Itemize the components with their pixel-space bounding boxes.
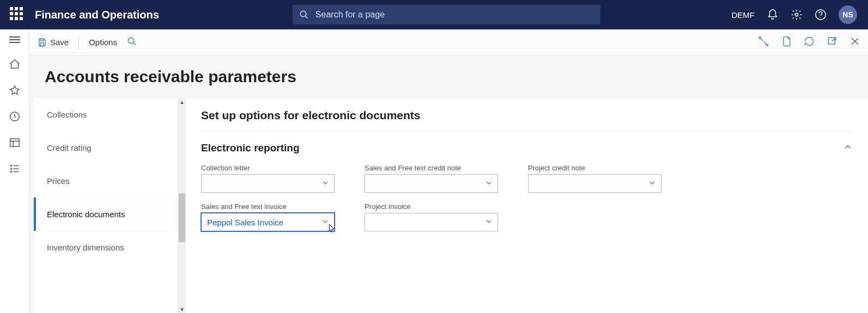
attachments-icon[interactable] (781, 36, 792, 49)
side-item-credit-rating[interactable]: Credit rating (34, 131, 178, 164)
app-launcher-icon[interactable] (10, 7, 25, 22)
field-project-invoice: Project invoice (365, 202, 498, 231)
scroll-down-arrow-icon[interactable]: ▼ (178, 305, 186, 313)
app-shell: Save Options (0, 29, 868, 313)
left-navigation-rail (0, 29, 29, 313)
header-right: DEMF NS (732, 5, 862, 24)
fields-grid: Collection letter Sales and Free text cr… (201, 164, 853, 241)
svg-rect-6 (10, 139, 19, 147)
company-label[interactable]: DEMF (732, 10, 755, 20)
side-panel-wrap: Collections Credit rating Prices Electro… (29, 98, 186, 313)
user-avatar[interactable]: NS (839, 5, 857, 24)
svg-line-1 (305, 16, 308, 19)
svg-point-9 (10, 165, 11, 166)
chevron-down-icon (648, 179, 658, 188)
action-bar-right (758, 36, 860, 49)
svg-point-19 (759, 36, 761, 38)
save-button[interactable]: Save (37, 38, 69, 47)
personalize-icon[interactable] (758, 36, 769, 49)
modules-list-icon[interactable] (8, 162, 21, 175)
app-header: Finance and Operations DEMF NS (0, 0, 868, 29)
scroll-thumb[interactable] (179, 193, 185, 242)
save-disk-icon (37, 38, 47, 47)
notifications-icon[interactable] (767, 9, 779, 21)
svg-point-17 (128, 38, 134, 44)
action-bar: Save Options (29, 29, 868, 56)
svg-rect-21 (828, 38, 835, 44)
svg-point-2 (795, 13, 798, 16)
global-search[interactable] (293, 5, 600, 24)
hamburger-menu-icon[interactable] (9, 35, 20, 45)
help-icon[interactable] (815, 9, 827, 21)
side-item-prices[interactable]: Prices (34, 164, 178, 198)
side-panel-scrollbar[interactable]: ▲ ▼ (178, 98, 186, 313)
brand-title: Finance and Operations (35, 9, 159, 21)
settings-gear-icon[interactable] (791, 9, 803, 21)
side-item-collections[interactable]: Collections (34, 98, 178, 131)
home-icon[interactable] (8, 58, 21, 71)
combo-collection-letter[interactable] (201, 174, 335, 193)
workspaces-icon[interactable] (8, 136, 21, 149)
combo-project-credit-note[interactable] (528, 174, 661, 193)
field-label: Sales and Free text credit note (365, 164, 498, 172)
search-icon (299, 10, 309, 20)
svg-point-13 (10, 171, 11, 172)
section-header: Electronic reporting (201, 142, 853, 154)
svg-point-11 (10, 168, 11, 169)
svg-point-3 (816, 10, 825, 20)
refresh-icon[interactable] (804, 36, 815, 49)
field-sales-invoice: Sales and Free text invoice Peppol Sales… (201, 202, 335, 231)
action-divider (78, 35, 79, 50)
combo-sales-credit-note[interactable] (365, 174, 498, 193)
svg-point-4 (820, 17, 821, 18)
popout-icon[interactable] (827, 36, 837, 49)
content-row: Collections Credit rating Prices Electro… (29, 98, 868, 313)
chevron-down-icon (484, 217, 494, 227)
side-item-electronic-documents[interactable]: Electronic documents (34, 198, 178, 231)
combo-value: Peppol Sales Invoice (207, 218, 283, 227)
combo-sales-invoice[interactable]: Peppol Sales Invoice (201, 213, 335, 231)
svg-point-0 (300, 11, 306, 17)
scroll-up-arrow-icon[interactable]: ▲ (178, 98, 186, 106)
detail-panel: Set up options for electronic documents … (186, 98, 868, 313)
page-search-icon[interactable] (127, 36, 137, 48)
svg-line-18 (133, 42, 136, 45)
side-item-inventory-dimensions[interactable]: Inventory dimensions (34, 231, 178, 264)
field-collection-letter: Collection letter (201, 164, 335, 193)
options-button[interactable]: Options (89, 38, 117, 47)
svg-rect-15 (40, 39, 44, 41)
main-area: Save Options (29, 29, 868, 313)
section-title: Electronic reporting (201, 142, 300, 154)
svg-rect-16 (40, 42, 44, 45)
field-project-credit-note: Project credit note (528, 164, 661, 193)
favorites-star-icon[interactable] (8, 84, 21, 97)
field-label: Collection letter (201, 164, 335, 172)
field-label: Project invoice (365, 202, 498, 211)
field-label: Project credit note (528, 164, 661, 172)
chevron-down-icon (484, 179, 494, 188)
global-search-input[interactable] (315, 10, 594, 20)
combo-project-invoice[interactable] (365, 213, 498, 231)
chevron-down-icon (321, 217, 331, 227)
recent-clock-icon[interactable] (8, 110, 21, 123)
svg-point-20 (766, 44, 768, 46)
chevron-down-icon (321, 179, 331, 188)
section-collapse-chevron-icon[interactable] (843, 142, 853, 154)
detail-title: Set up options for electronic documents (201, 109, 853, 131)
field-label: Sales and Free text invoice (201, 202, 335, 211)
field-sales-credit-note: Sales and Free text credit note (365, 164, 498, 193)
parameters-side-panel: Collections Credit rating Prices Electro… (34, 98, 178, 313)
save-button-label: Save (50, 38, 69, 47)
page-title: Accounts receivable parameters (29, 56, 868, 98)
close-icon[interactable] (849, 36, 860, 49)
